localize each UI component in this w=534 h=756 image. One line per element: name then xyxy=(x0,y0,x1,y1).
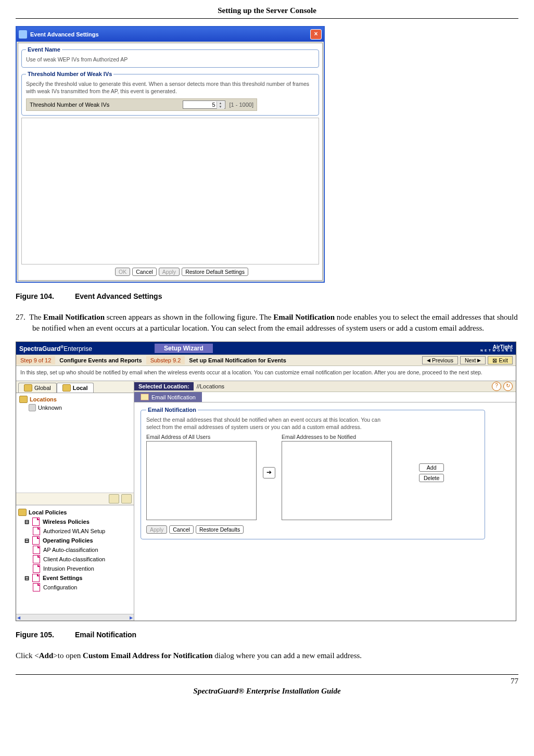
notified-listbox[interactable] xyxy=(282,441,392,520)
event-advanced-settings-dialog: Event Advanced Settings × Event Name Use… xyxy=(16,26,325,283)
spinner-down-icon[interactable]: ▼ xyxy=(217,105,224,109)
tree-root[interactable]: Locations xyxy=(30,396,57,402)
brand-right: AirTight N E T W O R K S xyxy=(480,345,513,352)
figure-104-title: Event Advanced Settings xyxy=(75,292,162,300)
policy-icon xyxy=(33,546,40,554)
tab-local[interactable]: Local xyxy=(57,383,94,393)
event-name-group: Event Name Use of weak WEP IVs from Auth… xyxy=(21,46,319,68)
figure-105-title: Email Notification xyxy=(75,631,136,639)
globe-icon xyxy=(24,384,32,392)
node-icon xyxy=(29,404,36,411)
policy-icon xyxy=(33,564,40,573)
setup-wizard-window: SpectraGuard®Enterprise Setup Wizard Air… xyxy=(16,342,516,621)
policies-tree[interactable]: Local Policies ⊟Wireless Policies Author… xyxy=(16,505,134,614)
step-27-text: 27. The Email Notification screen appear… xyxy=(16,312,518,335)
threshold-range: [1 - 1000] xyxy=(230,102,253,108)
cancel-button[interactable]: Cancel xyxy=(132,268,157,276)
policy-configuration[interactable]: Configuration xyxy=(43,584,77,590)
threshold-desc: Specify the threshold value to generate … xyxy=(26,80,314,95)
wizard-step-description: In this step, set up who should be notif… xyxy=(16,366,516,381)
refresh-icon[interactable]: ↻ xyxy=(503,382,513,391)
close-icon[interactable]: × xyxy=(310,29,322,40)
policy-icon xyxy=(33,527,40,535)
ok-button[interactable]: OK xyxy=(115,268,130,276)
tab-global[interactable]: Global xyxy=(18,383,57,393)
all-users-label: Email Address of All Users xyxy=(146,434,257,441)
selected-location-label: Selected Location: xyxy=(134,382,194,390)
step-label: Step 9 of 12 xyxy=(16,356,55,364)
envelope-icon xyxy=(141,394,149,400)
delete-button[interactable]: Delete xyxy=(419,474,444,482)
policy-icon xyxy=(33,583,40,591)
event-name-legend: Event Name xyxy=(26,46,62,53)
add-button[interactable]: Add xyxy=(419,463,444,472)
restore-defaults-button[interactable]: Restore Default Settings xyxy=(182,268,248,276)
spinner-up-icon[interactable]: ▲ xyxy=(217,102,224,105)
toolbar-icon-1[interactable] xyxy=(109,494,119,503)
figure-105-label: Figure 105. xyxy=(16,631,54,639)
wizard-brandbar: SpectraGuard®Enterprise Setup Wizard Air… xyxy=(16,342,516,355)
policy-group-icon xyxy=(32,518,40,526)
help-icon[interactable]: ? xyxy=(492,382,501,391)
policy-icon xyxy=(33,555,40,563)
threshold-legend: Threshold Number of Weak IVs xyxy=(26,71,113,77)
step-title: Configure Events and Reports xyxy=(55,356,146,364)
folder-icon xyxy=(19,396,28,403)
event-name-value: Use of weak WEP IVs from Authorized AP xyxy=(26,56,314,63)
previous-button[interactable]: ◀Previous xyxy=(422,356,458,364)
setup-wizard-tab: Setup Wizard xyxy=(155,344,213,353)
substep-title: Set up Email Notification for Events xyxy=(185,356,290,364)
locations-tree[interactable]: Locations Unknown xyxy=(16,393,134,493)
policy-group-icon xyxy=(32,574,40,582)
selected-location-path: //Locations xyxy=(194,383,227,389)
restore-defaults-button[interactable]: Restore Defaults xyxy=(196,525,244,534)
horizontal-scrollbar[interactable]: ◀▶ xyxy=(16,614,134,621)
brand-left: SpectraGuard®Enterprise xyxy=(19,345,92,352)
tree-item-unknown[interactable]: Unknown xyxy=(38,405,62,411)
folder-icon xyxy=(18,509,27,516)
page-number: 77 xyxy=(511,677,518,686)
email-notification-tab[interactable]: Email Notification xyxy=(134,392,202,402)
move-right-button[interactable]: ➔ xyxy=(263,467,275,478)
policy-client-auto[interactable]: Client Auto-classification xyxy=(43,556,105,562)
toolbar-icon-2[interactable] xyxy=(121,494,132,503)
all-users-listbox[interactable] xyxy=(146,441,257,520)
policy-authorized-wlan[interactable]: Authorized WLAN Setup xyxy=(43,528,105,534)
dialog-empty-area xyxy=(21,118,319,264)
page-header: Setting up the Server Console xyxy=(16,6,518,19)
figure-105-caption: Figure 105.Email Notification xyxy=(16,631,518,639)
figure-104-label: Figure 104. xyxy=(16,292,54,300)
policy-ap-auto[interactable]: AP Auto-classification xyxy=(43,547,98,553)
next-button[interactable]: Next▶ xyxy=(460,356,486,364)
dialog-title: Event Advanced Settings xyxy=(30,31,99,37)
email-notification-desc: Select the email addresses that should b… xyxy=(146,416,396,431)
notified-label: Email Addresses to be Notified xyxy=(282,434,392,441)
policy-group-icon xyxy=(32,536,40,545)
email-notification-panel: Email Notification Select the email addr… xyxy=(141,407,485,539)
folder-icon xyxy=(62,384,71,392)
exit-button[interactable]: ⊠Exit xyxy=(488,356,513,364)
figure-104-caption: Figure 104.Event Advanced Settings xyxy=(16,292,518,300)
apply-button[interactable]: Apply xyxy=(159,268,180,276)
threshold-field-label: Threshold Number of Weak IVs xyxy=(30,102,179,108)
email-notification-legend: Email Notification xyxy=(146,407,198,413)
threshold-group: Threshold Number of Weak IVs Specify the… xyxy=(21,71,319,115)
apply-button[interactable]: Apply xyxy=(146,525,167,534)
titlebar[interactable]: Event Advanced Settings × xyxy=(17,27,324,42)
app-icon xyxy=(19,30,27,39)
policy-intrusion[interactable]: Intrusion Prevention xyxy=(43,565,94,572)
step-number: 27. xyxy=(16,313,26,321)
substep-label: Substep 9.2 xyxy=(146,356,185,364)
threshold-value: 5 xyxy=(212,102,215,108)
threshold-spinner[interactable]: 5 ▲▼ xyxy=(183,100,225,109)
footer-title: SpectraGuard® Enterprise Installation Gu… xyxy=(16,687,518,696)
click-add-text: Click <Add>to open Custom Email Address … xyxy=(16,650,518,662)
cancel-button[interactable]: Cancel xyxy=(169,525,194,534)
